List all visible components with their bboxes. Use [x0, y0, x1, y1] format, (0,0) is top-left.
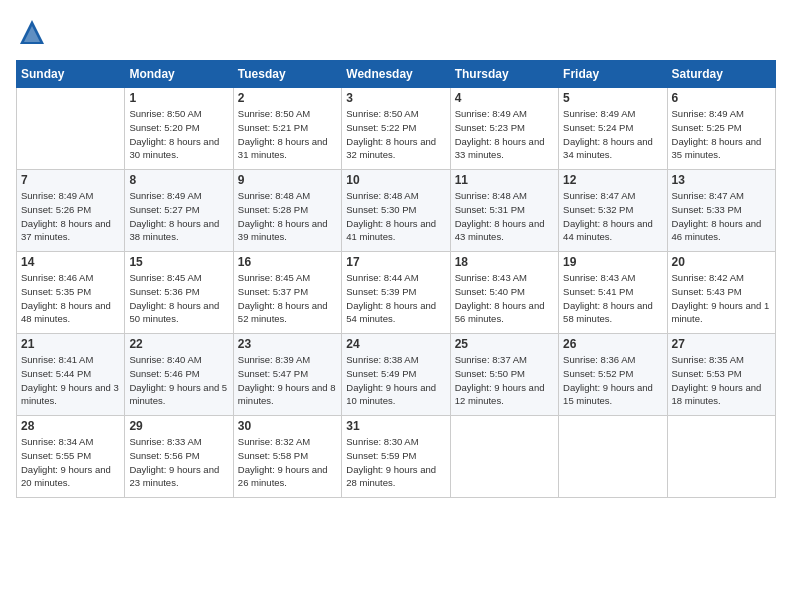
- calendar-cell: 9 Sunrise: 8:48 AMSunset: 5:28 PMDayligh…: [233, 170, 341, 252]
- day-info: Sunrise: 8:34 AMSunset: 5:55 PMDaylight:…: [21, 435, 120, 490]
- day-info: Sunrise: 8:39 AMSunset: 5:47 PMDaylight:…: [238, 353, 337, 408]
- day-number: 28: [21, 419, 120, 433]
- calendar-cell: 4 Sunrise: 8:49 AMSunset: 5:23 PMDayligh…: [450, 88, 558, 170]
- day-number: 13: [672, 173, 771, 187]
- header-row: SundayMondayTuesdayWednesdayThursdayFrid…: [17, 61, 776, 88]
- calendar-week-4: 21 Sunrise: 8:41 AMSunset: 5:44 PMDaylig…: [17, 334, 776, 416]
- day-info: Sunrise: 8:48 AMSunset: 5:28 PMDaylight:…: [238, 189, 337, 244]
- calendar-week-2: 7 Sunrise: 8:49 AMSunset: 5:26 PMDayligh…: [17, 170, 776, 252]
- calendar-cell: [667, 416, 775, 498]
- day-info: Sunrise: 8:36 AMSunset: 5:52 PMDaylight:…: [563, 353, 662, 408]
- day-info: Sunrise: 8:33 AMSunset: 5:56 PMDaylight:…: [129, 435, 228, 490]
- day-info: Sunrise: 8:32 AMSunset: 5:58 PMDaylight:…: [238, 435, 337, 490]
- day-number: 16: [238, 255, 337, 269]
- day-info: Sunrise: 8:43 AMSunset: 5:40 PMDaylight:…: [455, 271, 554, 326]
- day-info: Sunrise: 8:43 AMSunset: 5:41 PMDaylight:…: [563, 271, 662, 326]
- calendar-cell: 26 Sunrise: 8:36 AMSunset: 5:52 PMDaylig…: [559, 334, 667, 416]
- day-info: Sunrise: 8:47 AMSunset: 5:33 PMDaylight:…: [672, 189, 771, 244]
- day-number: 27: [672, 337, 771, 351]
- day-info: Sunrise: 8:48 AMSunset: 5:30 PMDaylight:…: [346, 189, 445, 244]
- calendar-cell: 3 Sunrise: 8:50 AMSunset: 5:22 PMDayligh…: [342, 88, 450, 170]
- day-info: Sunrise: 8:47 AMSunset: 5:32 PMDaylight:…: [563, 189, 662, 244]
- weekday-header-wednesday: Wednesday: [342, 61, 450, 88]
- day-info: Sunrise: 8:30 AMSunset: 5:59 PMDaylight:…: [346, 435, 445, 490]
- calendar-cell: 14 Sunrise: 8:46 AMSunset: 5:35 PMDaylig…: [17, 252, 125, 334]
- calendar-cell: 25 Sunrise: 8:37 AMSunset: 5:50 PMDaylig…: [450, 334, 558, 416]
- day-number: 22: [129, 337, 228, 351]
- day-number: 20: [672, 255, 771, 269]
- calendar-cell: [559, 416, 667, 498]
- day-number: 8: [129, 173, 228, 187]
- day-number: 9: [238, 173, 337, 187]
- day-info: Sunrise: 8:49 AMSunset: 5:24 PMDaylight:…: [563, 107, 662, 162]
- day-info: Sunrise: 8:49 AMSunset: 5:27 PMDaylight:…: [129, 189, 228, 244]
- calendar-cell: 2 Sunrise: 8:50 AMSunset: 5:21 PMDayligh…: [233, 88, 341, 170]
- weekday-header-tuesday: Tuesday: [233, 61, 341, 88]
- calendar-cell: 5 Sunrise: 8:49 AMSunset: 5:24 PMDayligh…: [559, 88, 667, 170]
- day-number: 24: [346, 337, 445, 351]
- calendar-cell: 17 Sunrise: 8:44 AMSunset: 5:39 PMDaylig…: [342, 252, 450, 334]
- weekday-header-sunday: Sunday: [17, 61, 125, 88]
- day-number: 12: [563, 173, 662, 187]
- day-info: Sunrise: 8:41 AMSunset: 5:44 PMDaylight:…: [21, 353, 120, 408]
- calendar-cell: 16 Sunrise: 8:45 AMSunset: 5:37 PMDaylig…: [233, 252, 341, 334]
- day-number: 4: [455, 91, 554, 105]
- calendar-cell: 18 Sunrise: 8:43 AMSunset: 5:40 PMDaylig…: [450, 252, 558, 334]
- calendar-cell: 22 Sunrise: 8:40 AMSunset: 5:46 PMDaylig…: [125, 334, 233, 416]
- day-info: Sunrise: 8:50 AMSunset: 5:21 PMDaylight:…: [238, 107, 337, 162]
- day-number: 18: [455, 255, 554, 269]
- calendar-cell: 23 Sunrise: 8:39 AMSunset: 5:47 PMDaylig…: [233, 334, 341, 416]
- calendar-cell: [450, 416, 558, 498]
- calendar-cell: 20 Sunrise: 8:42 AMSunset: 5:43 PMDaylig…: [667, 252, 775, 334]
- calendar-week-3: 14 Sunrise: 8:46 AMSunset: 5:35 PMDaylig…: [17, 252, 776, 334]
- calendar-cell: 10 Sunrise: 8:48 AMSunset: 5:30 PMDaylig…: [342, 170, 450, 252]
- day-info: Sunrise: 8:48 AMSunset: 5:31 PMDaylight:…: [455, 189, 554, 244]
- day-info: Sunrise: 8:46 AMSunset: 5:35 PMDaylight:…: [21, 271, 120, 326]
- day-number: 30: [238, 419, 337, 433]
- weekday-header-friday: Friday: [559, 61, 667, 88]
- header: [16, 16, 776, 48]
- calendar-cell: 19 Sunrise: 8:43 AMSunset: 5:41 PMDaylig…: [559, 252, 667, 334]
- calendar-cell: [17, 88, 125, 170]
- day-number: 14: [21, 255, 120, 269]
- day-number: 23: [238, 337, 337, 351]
- calendar-cell: 31 Sunrise: 8:30 AMSunset: 5:59 PMDaylig…: [342, 416, 450, 498]
- calendar-cell: 1 Sunrise: 8:50 AMSunset: 5:20 PMDayligh…: [125, 88, 233, 170]
- logo-icon: [16, 16, 48, 48]
- weekday-header-monday: Monday: [125, 61, 233, 88]
- calendar-cell: 12 Sunrise: 8:47 AMSunset: 5:32 PMDaylig…: [559, 170, 667, 252]
- calendar-cell: 27 Sunrise: 8:35 AMSunset: 5:53 PMDaylig…: [667, 334, 775, 416]
- day-info: Sunrise: 8:50 AMSunset: 5:20 PMDaylight:…: [129, 107, 228, 162]
- day-number: 29: [129, 419, 228, 433]
- day-number: 19: [563, 255, 662, 269]
- day-number: 3: [346, 91, 445, 105]
- calendar-cell: 13 Sunrise: 8:47 AMSunset: 5:33 PMDaylig…: [667, 170, 775, 252]
- calendar-cell: 30 Sunrise: 8:32 AMSunset: 5:58 PMDaylig…: [233, 416, 341, 498]
- weekday-header-saturday: Saturday: [667, 61, 775, 88]
- calendar-cell: 15 Sunrise: 8:45 AMSunset: 5:36 PMDaylig…: [125, 252, 233, 334]
- calendar-cell: 21 Sunrise: 8:41 AMSunset: 5:44 PMDaylig…: [17, 334, 125, 416]
- day-number: 26: [563, 337, 662, 351]
- day-info: Sunrise: 8:40 AMSunset: 5:46 PMDaylight:…: [129, 353, 228, 408]
- calendar-cell: 8 Sunrise: 8:49 AMSunset: 5:27 PMDayligh…: [125, 170, 233, 252]
- day-info: Sunrise: 8:49 AMSunset: 5:23 PMDaylight:…: [455, 107, 554, 162]
- day-number: 2: [238, 91, 337, 105]
- day-number: 11: [455, 173, 554, 187]
- calendar-cell: 6 Sunrise: 8:49 AMSunset: 5:25 PMDayligh…: [667, 88, 775, 170]
- day-info: Sunrise: 8:50 AMSunset: 5:22 PMDaylight:…: [346, 107, 445, 162]
- day-number: 6: [672, 91, 771, 105]
- calendar-cell: 29 Sunrise: 8:33 AMSunset: 5:56 PMDaylig…: [125, 416, 233, 498]
- calendar-cell: 24 Sunrise: 8:38 AMSunset: 5:49 PMDaylig…: [342, 334, 450, 416]
- day-info: Sunrise: 8:49 AMSunset: 5:25 PMDaylight:…: [672, 107, 771, 162]
- day-number: 7: [21, 173, 120, 187]
- day-info: Sunrise: 8:35 AMSunset: 5:53 PMDaylight:…: [672, 353, 771, 408]
- day-info: Sunrise: 8:45 AMSunset: 5:36 PMDaylight:…: [129, 271, 228, 326]
- day-number: 21: [21, 337, 120, 351]
- day-info: Sunrise: 8:49 AMSunset: 5:26 PMDaylight:…: [21, 189, 120, 244]
- day-info: Sunrise: 8:45 AMSunset: 5:37 PMDaylight:…: [238, 271, 337, 326]
- calendar-week-1: 1 Sunrise: 8:50 AMSunset: 5:20 PMDayligh…: [17, 88, 776, 170]
- day-number: 17: [346, 255, 445, 269]
- day-number: 15: [129, 255, 228, 269]
- calendar-cell: 28 Sunrise: 8:34 AMSunset: 5:55 PMDaylig…: [17, 416, 125, 498]
- day-number: 1: [129, 91, 228, 105]
